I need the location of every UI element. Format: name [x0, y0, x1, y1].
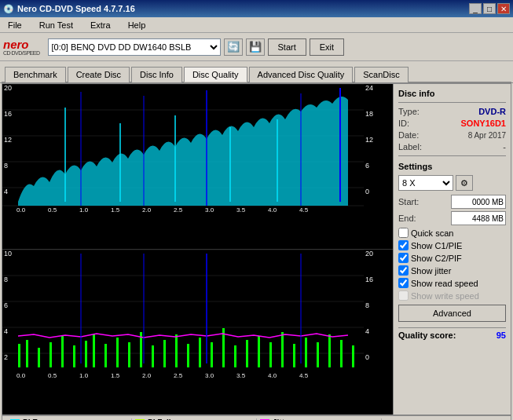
speed-select[interactable]: 8 X — [398, 175, 453, 191]
svg-text:2.5: 2.5 — [174, 206, 183, 214]
close-button[interactable]: ✕ — [497, 3, 510, 14]
app-icon: 💿 — [3, 4, 14, 14]
c2pif-label: Show C2/PIF — [411, 254, 462, 263]
quick-scan-label: Quick scan — [411, 228, 453, 238]
speed-row: 8 X ⚙ — [398, 175, 506, 191]
menu-run-test[interactable]: Run Test — [35, 19, 78, 31]
svg-text:3.0: 3.0 — [205, 372, 214, 379]
svg-text:16: 16 — [365, 276, 373, 283]
jitter-checkbox[interactable] — [398, 265, 409, 276]
svg-text:2.0: 2.0 — [142, 206, 152, 214]
quick-scan-row: Quick scan — [398, 228, 506, 238]
quick-scan-checkbox[interactable] — [398, 228, 409, 238]
disc-label-label: Label: — [398, 142, 422, 152]
nero-sublogo: CD·DVD/SPEED — [3, 50, 40, 56]
svg-text:2: 2 — [4, 353, 8, 361]
tab-disc-quality[interactable]: Disc Quality — [184, 67, 247, 82]
drive-select[interactable]: [0:0] BENQ DVD DD DW1640 BSLB — [48, 38, 221, 56]
c2pif-checkbox[interactable] — [398, 253, 409, 263]
svg-rect-61 — [163, 340, 166, 367]
svg-text:24: 24 — [365, 84, 373, 92]
minimize-button[interactable]: _ — [469, 3, 482, 14]
menu-help[interactable]: Help — [123, 19, 151, 31]
svg-rect-56 — [104, 344, 107, 367]
svg-text:3.5: 3.5 — [236, 206, 246, 214]
read-speed-row: Show read speed — [398, 278, 506, 288]
svg-text:4.0: 4.0 — [268, 206, 277, 214]
c1pie-checkbox[interactable] — [398, 240, 409, 250]
svg-rect-37 — [2, 250, 378, 379]
save-button[interactable]: 💾 — [246, 38, 265, 56]
svg-text:8: 8 — [365, 301, 369, 309]
quality-score-label: Quality score: — [398, 331, 456, 340]
read-speed-checkbox[interactable] — [398, 278, 409, 288]
separator1 — [398, 102, 506, 103]
svg-text:18: 18 — [365, 110, 373, 118]
svg-rect-74 — [317, 342, 319, 367]
svg-text:4.0: 4.0 — [268, 372, 277, 379]
svg-rect-55 — [93, 334, 95, 367]
disc-type-label: Type: — [398, 107, 420, 116]
stats-bar: PI Errors Average: 1.47 Maximum: 15 Tota… — [2, 415, 511, 420]
write-speed-checkbox — [398, 290, 409, 301]
c2pif-row: Show C2/PIF — [398, 253, 506, 263]
tab-bar: Benchmark Create Disc Disc Info Disc Qua… — [0, 61, 513, 83]
svg-rect-71 — [281, 332, 284, 367]
start-input[interactable] — [451, 195, 506, 209]
c1pie-label: Show C1/PIE — [411, 241, 462, 250]
svg-rect-73 — [305, 338, 307, 367]
svg-text:0.0: 0.0 — [16, 206, 26, 214]
maximize-button[interactable]: □ — [483, 3, 496, 14]
svg-text:20: 20 — [4, 84, 12, 92]
menu-file[interactable]: File — [3, 19, 27, 31]
quality-score-row: Quality score: 95 — [398, 327, 506, 340]
start-row: Start: — [398, 195, 506, 209]
disc-id-row: ID: SONY16D1 — [398, 119, 506, 128]
svg-rect-64 — [199, 338, 201, 367]
exit-button[interactable]: Exit — [310, 38, 344, 56]
advanced-button[interactable]: Advanced — [398, 305, 506, 322]
svg-text:16: 16 — [4, 110, 12, 118]
titlebar-buttons: _ □ ✕ — [469, 3, 510, 14]
speed-options-button[interactable]: ⚙ — [456, 175, 473, 191]
settings-title: Settings — [398, 162, 506, 171]
start-button[interactable]: Start — [268, 38, 306, 56]
tab-scandisc[interactable]: ScanDisc — [354, 67, 408, 82]
end-input[interactable] — [451, 211, 506, 225]
menubar: File Run Test Extra Help — [0, 17, 513, 33]
svg-rect-67 — [234, 345, 236, 367]
chart1: 20 16 12 8 4 0.0 — [2, 84, 393, 250]
svg-text:1.0: 1.0 — [79, 372, 89, 379]
main-content: 20 16 12 8 4 0.0 — [2, 83, 511, 415]
toolbar: nero CD·DVD/SPEED [0:0] BENQ DVD DD DW16… — [0, 33, 513, 61]
start-label: Start: — [398, 197, 419, 206]
svg-text:4.5: 4.5 — [299, 206, 309, 214]
charts-area: 20 16 12 8 4 0.0 — [2, 84, 393, 415]
svg-text:6: 6 — [365, 162, 369, 170]
svg-rect-50 — [38, 348, 40, 367]
jitter-row: Show jitter — [398, 265, 506, 276]
svg-rect-72 — [293, 344, 295, 367]
disc-id-label: ID: — [398, 119, 409, 128]
tab-disc-info[interactable]: Disc Info — [131, 67, 182, 82]
svg-rect-75 — [328, 334, 331, 367]
svg-text:2.5: 2.5 — [174, 372, 183, 379]
disc-label-value: - — [503, 142, 506, 152]
nero-logo: nero — [3, 38, 40, 50]
svg-text:12: 12 — [365, 136, 373, 144]
svg-rect-54 — [85, 341, 87, 367]
svg-text:2.0: 2.0 — [142, 372, 152, 379]
svg-text:1.5: 1.5 — [111, 206, 120, 214]
tab-create-disc[interactable]: Create Disc — [68, 67, 130, 82]
svg-text:20: 20 — [365, 250, 373, 257]
svg-text:3.0: 3.0 — [205, 206, 214, 214]
end-row: End: — [398, 211, 506, 225]
tab-advanced-disc-quality[interactable]: Advanced Disc Quality — [249, 67, 354, 82]
svg-text:4: 4 — [365, 327, 369, 335]
tab-benchmark[interactable]: Benchmark — [5, 67, 66, 82]
end-label: End: — [398, 214, 416, 223]
tabs: Benchmark Create Disc Disc Info Disc Qua… — [2, 63, 511, 82]
refresh-button[interactable]: 🔄 — [224, 38, 243, 56]
menu-extra[interactable]: Extra — [86, 19, 115, 31]
svg-rect-58 — [128, 342, 130, 367]
